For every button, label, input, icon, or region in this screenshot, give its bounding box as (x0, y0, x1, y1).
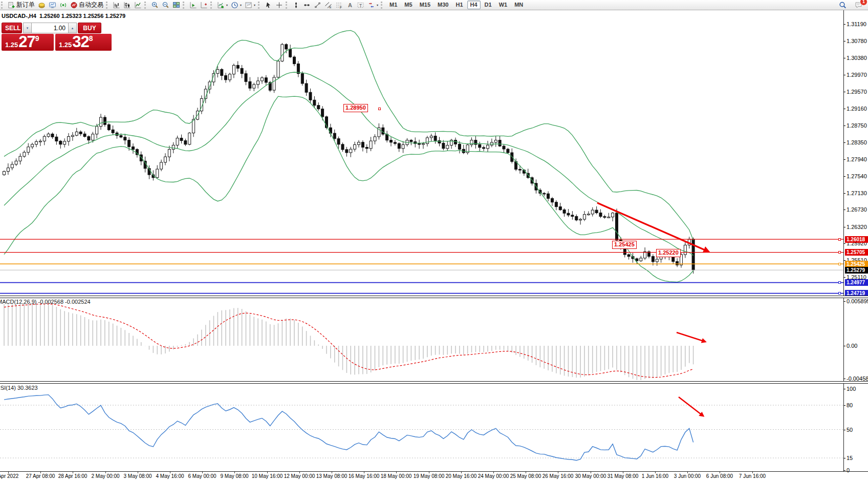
timeframe-h4[interactable]: H4 (467, 1, 481, 9)
macd-axis-tick (843, 379, 845, 379)
search-icon (839, 2, 847, 9)
timeframe-m1[interactable]: M1 (386, 1, 400, 9)
auto-scroll-button[interactable] (188, 0, 199, 10)
hline-icon (303, 2, 311, 9)
arrows-button[interactable]: ▾ (366, 0, 380, 10)
price-tick-label: 1.27540 (847, 173, 867, 179)
sell-price-box[interactable]: 1.25 27 9 (2, 34, 54, 51)
svg-text:A: A (348, 2, 352, 8)
zoom-in-button[interactable] (149, 0, 160, 10)
chart-shift-button[interactable] (199, 0, 209, 10)
vertical-line-button[interactable] (291, 0, 301, 10)
zoom-out-icon (162, 2, 169, 9)
price-tick-label: 1.27940 (847, 156, 867, 162)
auto-trading-button[interactable]: 自动交易 (69, 0, 105, 10)
line-anchor-handle (838, 292, 841, 295)
price-axis-tick (843, 176, 845, 177)
line-anchor-handle (838, 251, 841, 254)
tile-windows-button[interactable] (171, 0, 182, 10)
templates-button[interactable]: ▾ (243, 0, 257, 10)
panel-splitter-macd-rsi[interactable] (0, 381, 868, 384)
macd-axis-tick (843, 346, 845, 346)
timeframe-m5[interactable]: M5 (401, 1, 415, 9)
candle-chart-button[interactable] (122, 0, 133, 10)
dropdown-arrow-icon: ▾ (240, 3, 242, 7)
date-label: 9 May 08:00 (220, 473, 248, 479)
rsi-axis-tick (843, 430, 845, 430)
new-order-button[interactable]: 新订单 (6, 0, 36, 10)
price-tick-label: 1.25920 (847, 240, 867, 246)
volume-decrease-button[interactable]: ▾ (23, 23, 32, 33)
axis-labels-layer: 1.311901.307801.303801.299701.295701.291… (0, 0, 868, 481)
cursor-button[interactable] (263, 0, 274, 10)
market-watch-button[interactable] (47, 0, 58, 10)
text-label-button[interactable]: T (355, 0, 366, 10)
toolbar-group-grip (1, 2, 4, 9)
macd-axis-tick (843, 301, 845, 302)
auto-scroll-icon (189, 2, 197, 9)
vline-icon (292, 2, 300, 9)
text-icon: A (346, 2, 354, 9)
buy-price-big: 32 (72, 34, 89, 51)
timeframe-d1[interactable]: D1 (482, 1, 495, 9)
timeframe-w1[interactable]: W1 (496, 1, 511, 9)
zoom-out-button[interactable] (160, 0, 171, 10)
price-axis-tick (843, 58, 845, 58)
date-label: 20 May 16:00 (446, 473, 477, 479)
price-tick-label: 1.25110 (847, 274, 866, 280)
line-anchor-handle (838, 281, 841, 284)
price-axis-tick (843, 142, 845, 143)
fibonacci-button[interactable]: F (334, 0, 344, 10)
horizontal-line-button[interactable] (301, 0, 312, 10)
arrows-icon (367, 2, 375, 9)
buy-button[interactable]: BUY (78, 23, 101, 33)
line-anchor-handle (838, 238, 841, 241)
price-callout: 1.25425 (612, 241, 637, 249)
equidistant-channel-button[interactable]: E (323, 0, 334, 10)
price-axis-tick (843, 126, 845, 126)
date-label: 2 May 00:00 (91, 473, 119, 479)
down-arrow-icon: ▾ (27, 26, 29, 30)
trendline-button[interactable] (312, 0, 323, 10)
bar-chart-button[interactable] (111, 0, 122, 10)
volume-input[interactable] (32, 23, 68, 33)
date-label: 24 May 00:00 (478, 473, 509, 479)
svg-text:E: E (330, 6, 332, 9)
buy-price-box[interactable]: 1.25 32 8 (55, 34, 112, 51)
sell-button[interactable]: SELL (2, 23, 22, 33)
chart-shift-icon (200, 2, 208, 9)
buy-price-base: 1.25 (59, 41, 72, 49)
signal-icon (59, 2, 67, 9)
date-label: Apr 2022 (0, 473, 18, 479)
indicators-button[interactable]: ▾ (215, 0, 229, 10)
timeframe-h1[interactable]: H1 (452, 1, 466, 9)
panel-splitter-main-macd[interactable] (0, 296, 868, 298)
coin-button[interactable] (36, 0, 47, 10)
dropdown-arrow-icon: ▾ (254, 3, 255, 7)
price-tick-label: 1.26320 (847, 224, 867, 230)
price-tick-label: 1.29570 (847, 89, 867, 95)
volume-stepper: ▾ ▴ (23, 23, 77, 33)
periods-button[interactable]: ▾ (229, 0, 243, 10)
signals-button[interactable] (58, 0, 69, 10)
time-axis: Apr 202227 Apr 08:0028 Apr 16:002 May 00… (0, 472, 868, 481)
volume-increase-button[interactable]: ▴ (68, 23, 77, 33)
line-chart-button[interactable] (133, 0, 143, 10)
candle-chart-icon (123, 2, 131, 9)
date-label: 6 May 00:00 (188, 473, 216, 479)
rsi-tick-label: 100 (847, 386, 856, 392)
timeframe-m30[interactable]: M30 (435, 1, 451, 9)
price-axis-tick (843, 41, 845, 41)
text-button[interactable]: A (344, 0, 355, 10)
date-label: 28 Apr 16:00 (58, 473, 88, 479)
crosshair-button[interactable] (274, 0, 285, 10)
notifications-button[interactable]: 1 (853, 0, 864, 10)
search-button[interactable] (837, 0, 848, 10)
price-tick-label: 1.26730 (847, 206, 867, 213)
date-label: 25 May 08:00 (510, 473, 541, 479)
timeframe-m15[interactable]: M15 (417, 1, 433, 9)
price-tick-label: 1.27130 (847, 190, 867, 196)
timeframe-mn[interactable]: MN (511, 1, 526, 9)
price-axis-tick (843, 260, 845, 261)
annotation-arrow-macd (677, 332, 705, 342)
